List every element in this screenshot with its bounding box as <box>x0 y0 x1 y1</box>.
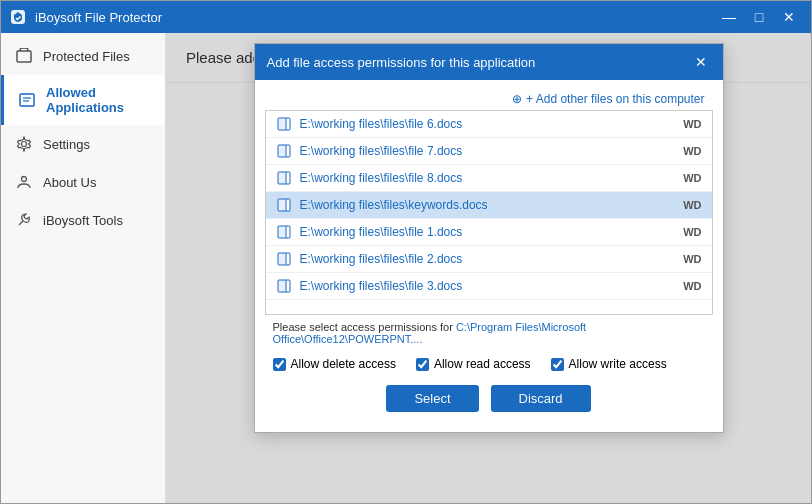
file-row-left: E:\working files\files\file 1.docs <box>276 224 463 240</box>
file-row-left: E:\working files\files\file 7.docs <box>276 143 463 159</box>
svg-rect-16 <box>286 226 290 238</box>
file-icon <box>276 251 292 267</box>
checkbox-write-label: Allow write access <box>569 357 667 371</box>
svg-point-5 <box>22 142 27 147</box>
file-path: E:\working files\files\file 3.docs <box>300 279 463 293</box>
svg-rect-1 <box>17 51 31 62</box>
file-row[interactable]: E:\working files\files\file 7.docs WD <box>266 138 712 165</box>
minimize-button[interactable]: — <box>715 6 743 28</box>
sidebar-label-allowed-applications: Allowed Applications <box>46 85 151 115</box>
file-path: E:\working files\files\file 2.docs <box>300 252 463 266</box>
content-area: Please add one or more applications to a… <box>166 33 811 503</box>
select-button[interactable]: Select <box>386 385 478 412</box>
modal-header: Add file access permissions for this app… <box>255 44 723 80</box>
file-badge: WD <box>683 226 701 238</box>
permissions-label: Please select access permissions for <box>273 321 453 333</box>
file-path: E:\working files\files\file 7.docs <box>300 144 463 158</box>
file-path: E:\working files\files\file 8.docs <box>300 171 463 185</box>
file-row-left: E:\working files\files\file 8.docs <box>276 170 463 186</box>
title-bar-left: iBoysoft File Protector <box>9 8 162 26</box>
protected-files-icon <box>15 47 33 65</box>
title-bar: iBoysoft File Protector — □ ✕ <box>1 1 811 33</box>
maximize-button[interactable]: □ <box>745 6 773 28</box>
file-row[interactable]: E:\working files\files\file 6.docs WD <box>266 111 712 138</box>
svg-rect-14 <box>286 199 290 211</box>
plus-icon: ⊕ <box>512 92 522 106</box>
discard-button[interactable]: Discard <box>491 385 591 412</box>
permissions-row: Please select access permissions for C:\… <box>265 315 713 351</box>
add-other-label: + Add other files on this computer <box>526 92 704 106</box>
modal-title: Add file access permissions for this app… <box>267 55 536 70</box>
iboysoft-tools-icon <box>15 211 33 229</box>
checkboxes-row: Allow delete access Allow read access Al… <box>265 351 713 379</box>
sidebar-label-iboysoft-tools: iBoysoft Tools <box>43 213 123 228</box>
checkbox-delete-label: Allow delete access <box>291 357 396 371</box>
app-window: iBoysoft File Protector — □ ✕ Protected … <box>0 0 812 504</box>
svg-point-6 <box>22 177 27 182</box>
modal-body: ⊕ + Add other files on this computer <box>255 80 723 432</box>
app-icon <box>9 8 27 26</box>
checkbox-write-input[interactable] <box>551 358 564 371</box>
checkbox-read-input[interactable] <box>416 358 429 371</box>
file-row[interactable]: E:\working files\files\file 8.docs WD <box>266 165 712 192</box>
sidebar-label-settings: Settings <box>43 137 90 152</box>
modal-footer: Select Discard <box>265 379 713 424</box>
window-controls: — □ ✕ <box>715 6 803 28</box>
file-icon <box>276 278 292 294</box>
sidebar-item-about-us[interactable]: About Us <box>1 163 165 201</box>
close-button[interactable]: ✕ <box>775 6 803 28</box>
about-us-icon <box>15 173 33 191</box>
file-icon <box>276 116 292 132</box>
sidebar-item-iboysoft-tools[interactable]: iBoysoft Tools <box>1 201 165 239</box>
modal-overlay: Add file access permissions for this app… <box>166 33 811 503</box>
file-row[interactable]: E:\working files\files\file 3.docs WD <box>266 273 712 300</box>
file-path: E:\working files\files\keywords.docs <box>300 198 488 212</box>
file-row[interactable]: E:\working files\files\keywords.docs WD <box>266 192 712 219</box>
file-list-container[interactable]: E:\working files\files\file 6.docs WD E:… <box>265 110 713 315</box>
svg-rect-2 <box>20 94 34 106</box>
sidebar-item-allowed-applications[interactable]: Allowed Applications <box>1 75 165 125</box>
file-path: E:\working files\files\file 6.docs <box>300 117 463 131</box>
file-row[interactable]: E:\working files\files\file 2.docs WD <box>266 246 712 273</box>
file-badge: WD <box>683 145 701 157</box>
file-badge: WD <box>683 118 701 130</box>
checkbox-read[interactable]: Allow read access <box>416 357 531 371</box>
checkbox-write[interactable]: Allow write access <box>551 357 667 371</box>
settings-icon <box>15 135 33 153</box>
svg-rect-20 <box>286 280 290 292</box>
sidebar-item-settings[interactable]: Settings <box>1 125 165 163</box>
checkbox-read-label: Allow read access <box>434 357 531 371</box>
svg-rect-8 <box>286 118 290 130</box>
file-icon <box>276 197 292 213</box>
modal-close-button[interactable]: ✕ <box>691 52 711 72</box>
file-badge: WD <box>683 199 701 211</box>
file-badge: WD <box>683 280 701 292</box>
add-other-link[interactable]: ⊕ + Add other files on this computer <box>265 88 713 110</box>
sidebar-item-protected-files[interactable]: Protected Files <box>1 37 165 75</box>
checkbox-delete-input[interactable] <box>273 358 286 371</box>
file-icon <box>276 224 292 240</box>
file-badge: WD <box>683 253 701 265</box>
sidebar-label-about-us: About Us <box>43 175 96 190</box>
file-row-left: E:\working files\files\keywords.docs <box>276 197 488 213</box>
sidebar-label-protected-files: Protected Files <box>43 49 130 64</box>
window-title: iBoysoft File Protector <box>35 10 162 25</box>
modal-dialog: Add file access permissions for this app… <box>254 43 724 433</box>
app-body: Protected Files Allowed Applications <box>1 33 811 503</box>
svg-rect-12 <box>286 172 290 184</box>
file-row-left: E:\working files\files\file 3.docs <box>276 278 463 294</box>
checkbox-delete[interactable]: Allow delete access <box>273 357 396 371</box>
sidebar: Protected Files Allowed Applications <box>1 33 166 503</box>
allowed-applications-icon <box>18 91 36 109</box>
file-path: E:\working files\files\file 1.docs <box>300 225 463 239</box>
file-row[interactable]: E:\working files\files\file 1.docs WD <box>266 219 712 246</box>
svg-rect-18 <box>286 253 290 265</box>
file-row-left: E:\working files\files\file 6.docs <box>276 116 463 132</box>
svg-rect-10 <box>286 145 290 157</box>
file-icon <box>276 170 292 186</box>
file-row-left: E:\working files\files\file 2.docs <box>276 251 463 267</box>
file-badge: WD <box>683 172 701 184</box>
file-icon <box>276 143 292 159</box>
